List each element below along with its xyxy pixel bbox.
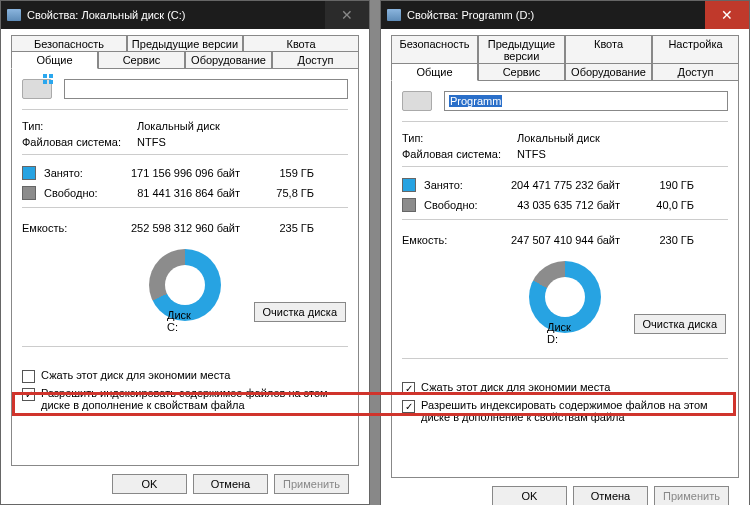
tab-quota[interactable]: Квота <box>243 35 359 52</box>
separator <box>22 346 348 347</box>
filesystem-label: Файловая система: <box>22 136 137 148</box>
disk-cleanup-button[interactable]: Очистка диска <box>634 314 726 334</box>
compress-label: Сжать этот диск для экономии места <box>41 369 230 381</box>
tab-customize[interactable]: Настройка <box>652 35 739 64</box>
ok-button[interactable]: OK <box>112 474 187 494</box>
separator <box>402 219 728 220</box>
dialog-buttons: OK Отмена Применить <box>11 466 359 494</box>
free-label: Свободно: <box>424 199 494 211</box>
tab-security[interactable]: Безопасность <box>391 35 478 64</box>
separator <box>22 207 348 208</box>
apply-button[interactable]: Применить <box>274 474 349 494</box>
capacity-gb: 235 ГБ <box>254 222 314 234</box>
drive-name-input[interactable] <box>64 79 348 99</box>
tab-panel-general: Тип: Локальный диск Файловая система: NT… <box>11 68 359 466</box>
separator <box>402 166 728 167</box>
used-label: Занято: <box>424 179 494 191</box>
window-title: Свойства: Programm (D:) <box>407 9 534 21</box>
type-value: Локальный диск <box>137 120 348 132</box>
type-label: Тип: <box>22 120 137 132</box>
drive-large-icon <box>402 91 432 111</box>
properties-window-d: Свойства: Programm (D:) ✕ Безопасность П… <box>380 0 750 505</box>
used-bytes: 204 471 775 232 байт <box>494 179 634 191</box>
indexing-label: Разрешить индексировать содержимое файло… <box>421 399 728 423</box>
tab-previous-versions[interactable]: Предыдущие версии <box>127 35 243 52</box>
capacity-gb: 230 ГБ <box>634 234 694 246</box>
compress-checkbox[interactable] <box>22 370 35 383</box>
free-bytes: 81 441 316 864 байт <box>114 187 254 199</box>
close-button[interactable]: ✕ <box>705 1 749 29</box>
cancel-button[interactable]: Отмена <box>193 474 268 494</box>
drive-large-icon <box>22 79 52 99</box>
type-label: Тип: <box>402 132 517 144</box>
apply-button[interactable]: Применить <box>654 486 729 505</box>
options-group: Сжать этот диск для экономии места Разре… <box>22 367 348 413</box>
cancel-button[interactable]: Отмена <box>573 486 648 505</box>
window-title: Свойства: Локальный диск (C:) <box>27 9 186 21</box>
ok-button[interactable]: OK <box>492 486 567 505</box>
tab-hardware[interactable]: Оборудование <box>185 51 272 69</box>
tabs-row-lower: Общие Сервис Оборудование Доступ <box>11 51 359 69</box>
capacity-bytes: 247 507 410 944 байт <box>494 234 634 246</box>
tab-tools[interactable]: Сервис <box>98 51 185 69</box>
disk-cleanup-button[interactable]: Очистка диска <box>254 302 346 322</box>
tab-general[interactable]: Общие <box>391 63 478 81</box>
tab-sharing[interactable]: Доступ <box>652 63 739 81</box>
free-swatch <box>22 186 36 200</box>
tab-quota[interactable]: Квота <box>565 35 652 64</box>
used-gb: 159 ГБ <box>254 167 314 179</box>
disk-caption: Диск C: <box>167 309 203 333</box>
compress-checkbox[interactable] <box>402 382 415 395</box>
indexing-checkbox[interactable] <box>402 400 415 413</box>
options-group: Сжать этот диск для экономии места Разре… <box>402 379 728 425</box>
used-swatch <box>402 178 416 192</box>
usage-chart-area: Диск C: Очистка диска <box>22 242 348 328</box>
drive-name-input[interactable]: Programm <box>444 91 728 111</box>
separator <box>22 109 348 110</box>
indexing-checkbox[interactable] <box>22 388 35 401</box>
filesystem-value: NTFS <box>137 136 348 148</box>
separator <box>402 121 728 122</box>
drive-icon <box>7 9 21 21</box>
capacity-label: Емкость: <box>402 234 494 246</box>
free-gb: 40,0 ГБ <box>634 199 694 211</box>
usage-donut: Диск D: <box>529 261 601 333</box>
usage-donut: Диск C: <box>149 249 221 321</box>
tab-panel-general: Programm Тип: Локальный диск Файловая си… <box>391 80 739 478</box>
titlebar[interactable]: Свойства: Локальный диск (C:) ✕ <box>1 1 369 29</box>
free-bytes: 43 035 635 712 байт <box>494 199 634 211</box>
close-button[interactable]: ✕ <box>325 1 369 29</box>
client-area: Безопасность Предыдущие версии Квота Общ… <box>1 29 369 504</box>
free-swatch <box>402 198 416 212</box>
tab-previous-versions[interactable]: Предыдущие версии <box>478 35 565 64</box>
separator <box>402 358 728 359</box>
tabs-row-upper: Безопасность Предыдущие версии Квота Нас… <box>391 35 739 64</box>
indexing-label: Разрешить индексировать содержимое файло… <box>41 387 348 411</box>
used-swatch <box>22 166 36 180</box>
used-bytes: 171 156 996 096 байт <box>114 167 254 179</box>
filesystem-value: NTFS <box>517 148 728 160</box>
compress-label: Сжать этот диск для экономии места <box>421 381 610 393</box>
capacity-label: Емкость: <box>22 222 114 234</box>
separator <box>22 154 348 155</box>
tab-general[interactable]: Общие <box>11 51 98 69</box>
type-value: Локальный диск <box>517 132 728 144</box>
used-gb: 190 ГБ <box>634 179 694 191</box>
tab-hardware[interactable]: Оборудование <box>565 63 652 81</box>
tabs-row-lower: Общие Сервис Оборудование Доступ <box>391 63 739 81</box>
properties-window-c: Свойства: Локальный диск (C:) ✕ Безопасн… <box>0 0 370 505</box>
usage-chart-area: Диск D: Очистка диска <box>402 254 728 340</box>
used-label: Занято: <box>44 167 114 179</box>
filesystem-label: Файловая система: <box>402 148 517 160</box>
disk-caption: Диск D: <box>547 321 583 345</box>
titlebar[interactable]: Свойства: Programm (D:) ✕ <box>381 1 749 29</box>
dialog-buttons: OK Отмена Применить <box>391 478 739 505</box>
tab-sharing[interactable]: Доступ <box>272 51 359 69</box>
free-gb: 75,8 ГБ <box>254 187 314 199</box>
tabs-row-upper: Безопасность Предыдущие версии Квота <box>11 35 359 52</box>
tab-security[interactable]: Безопасность <box>11 35 127 52</box>
tab-tools[interactable]: Сервис <box>478 63 565 81</box>
capacity-bytes: 252 598 312 960 байт <box>114 222 254 234</box>
client-area: Безопасность Предыдущие версии Квота Нас… <box>381 29 749 505</box>
drive-icon <box>387 9 401 21</box>
